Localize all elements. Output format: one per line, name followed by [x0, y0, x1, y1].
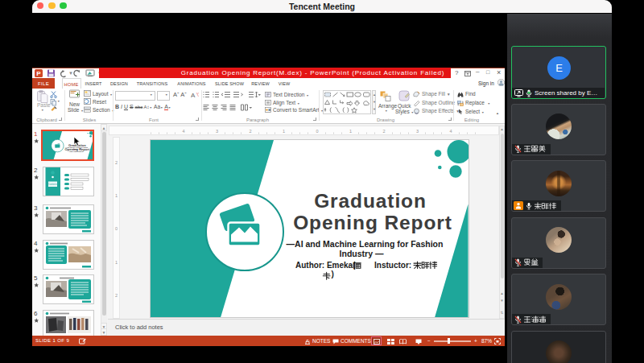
svg-text:Opening Report: Opening Report — [293, 212, 452, 233]
svg-text:A: A — [191, 92, 196, 99]
svg-text:Graduation: Graduation — [314, 190, 427, 212]
svg-text:Instuctor:: Instuctor: — [374, 261, 411, 270]
svg-text:P: P — [36, 70, 41, 77]
svg-text:Contents: Contents — [48, 183, 58, 186]
svg-text:Author: Emeka(: Author: Emeka( — [295, 261, 356, 270]
svg-text:▼: ▼ — [68, 71, 73, 76]
svg-text:Industry —: Industry — — [340, 248, 384, 258]
svg-text:—AI and Machine Learning for F: —AI and Machine Learning for Fashion — [287, 239, 444, 249]
svg-text:): ) — [332, 270, 334, 278]
